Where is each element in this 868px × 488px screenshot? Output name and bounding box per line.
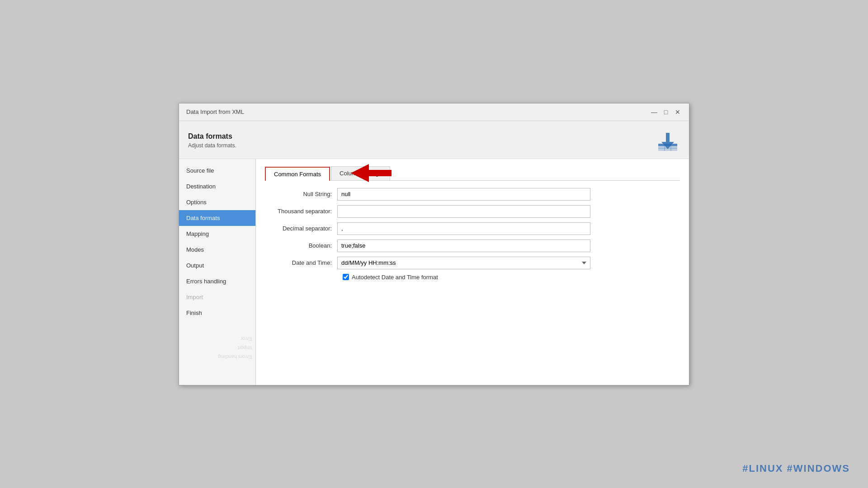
boolean-group: Boolean: xyxy=(265,239,680,252)
main-dialog: Data Import from XML — □ ✕ Data formats … xyxy=(179,103,689,385)
thousand-separator-input[interactable] xyxy=(337,205,590,218)
sidebar: Source file Destination Options Data for… xyxy=(179,159,256,385)
form-fields: Null String: Thousand separator: Decimal… xyxy=(265,188,680,281)
sidebar-item-source-file[interactable]: Source file xyxy=(179,163,255,178)
sidebar-item-mapping[interactable]: Mapping xyxy=(179,226,255,242)
import-icon xyxy=(655,128,680,153)
null-string-label: Null String: xyxy=(265,191,337,197)
decimal-separator-label: Decimal separator: xyxy=(265,225,337,232)
tabs: Common Formats Column settings xyxy=(265,166,680,181)
dialog-header: Data formats Adjust data formats. xyxy=(179,121,689,159)
sidebar-item-finish[interactable]: Finish xyxy=(179,305,255,321)
thousand-separator-label: Thousand separator: xyxy=(265,208,337,215)
autodetect-group: Autodetect Date and Time format xyxy=(343,274,680,281)
autodetect-label: Autodetect Date and Time format xyxy=(352,274,438,281)
sidebar-item-data-formats[interactable]: Data formats xyxy=(179,210,255,226)
hashtag-text: #LINUX #WINDOWS xyxy=(742,463,850,474)
close-button[interactable]: ✕ xyxy=(674,108,682,116)
sidebar-flipped-import: Import xyxy=(179,343,255,352)
tab-area: Common Formats Column settings xyxy=(265,166,680,181)
tab-common-formats[interactable]: Common Formats xyxy=(265,167,330,181)
decimal-separator-group: Decimal separator: xyxy=(265,222,680,235)
maximize-button[interactable]: □ xyxy=(662,108,670,116)
dialog-body: Source file Destination Options Data for… xyxy=(179,159,689,385)
thousand-separator-group: Thousand separator: xyxy=(265,205,680,218)
title-bar: Data Import from XML — □ ✕ xyxy=(179,103,689,121)
main-content: Common Formats Column settings Null Stri… xyxy=(256,159,689,385)
dialog-title: Data Import from XML xyxy=(186,108,244,115)
boolean-label: Boolean: xyxy=(265,242,337,249)
dialog-heading: Data formats xyxy=(188,132,236,141)
sidebar-item-errors-handling[interactable]: Errors handling xyxy=(179,273,255,289)
header-icon-area xyxy=(655,128,680,153)
sidebar-item-options[interactable]: Options xyxy=(179,194,255,210)
null-string-input[interactable] xyxy=(337,188,590,201)
dialog-subtext: Adjust data formats. xyxy=(188,142,236,149)
sidebar-item-import: Import xyxy=(179,289,255,305)
decimal-separator-input[interactable] xyxy=(337,222,590,235)
date-time-label: Date and Time: xyxy=(265,259,337,266)
minimize-button[interactable]: — xyxy=(650,108,658,116)
sidebar-flipped-error: Error xyxy=(179,334,255,343)
dialog-header-text: Data formats Adjust data formats. xyxy=(188,132,236,149)
autodetect-checkbox[interactable] xyxy=(343,274,349,280)
sidebar-item-output[interactable]: Output xyxy=(179,258,255,273)
svg-rect-1 xyxy=(658,144,677,146)
sidebar-item-modes[interactable]: Modes xyxy=(179,242,255,258)
null-string-group: Null String: xyxy=(265,188,680,201)
sidebar-flipped-errors-handling: Errors handling xyxy=(179,352,255,361)
boolean-input[interactable] xyxy=(337,239,590,252)
sidebar-item-destination[interactable]: Destination xyxy=(179,178,255,194)
date-time-group: Date and Time: dd/MM/yy HH:mm:ss MM/dd/y… xyxy=(265,257,680,269)
date-time-select[interactable]: dd/MM/yy HH:mm:ss MM/dd/yyyy HH:mm:ss yy… xyxy=(337,257,590,269)
tab-column-settings[interactable]: Column settings xyxy=(331,166,390,180)
window-controls: — □ ✕ xyxy=(650,108,682,116)
